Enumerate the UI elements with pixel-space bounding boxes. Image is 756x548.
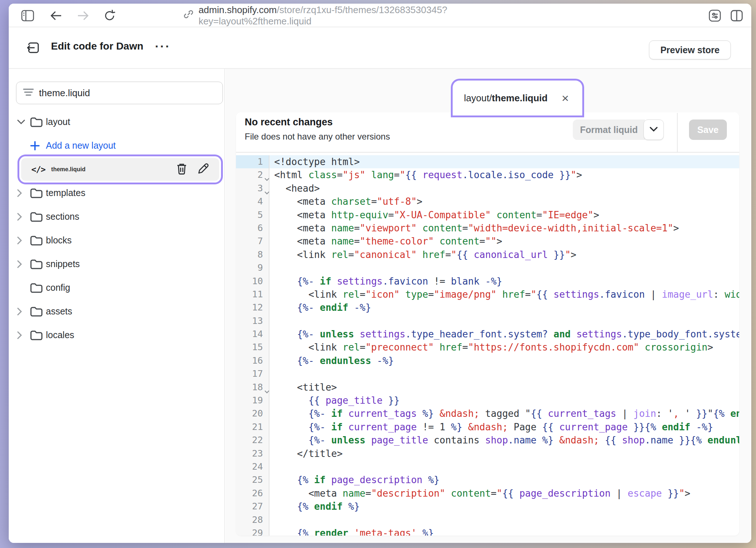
chevron-down-icon[interactable] [17,119,30,125]
chevron-right-icon[interactable] [17,331,30,340]
tree-item-assets[interactable]: assets [9,300,224,323]
line-number[interactable]: 18 [236,381,269,394]
more-actions-button[interactable]: ··· [153,37,173,56]
page-settings-icon[interactable] [707,8,723,24]
chevron-right-icon[interactable] [17,260,30,269]
line-number[interactable]: 25 [236,473,269,486]
line-number[interactable]: 28 [236,513,269,527]
tree-item-layout[interactable]: layout [9,110,224,134]
tree-item-label: snippets [46,259,80,269]
close-tab-icon[interactable]: × [559,91,571,105]
line-number[interactable]: 3 [236,182,269,195]
line-number[interactable]: 2 [236,168,269,181]
tree-item-theme-liquid[interactable]: </>theme.liquid [9,157,224,181]
code-line[interactable]: 20 {%- if current_tags %} &ndash; tagged… [236,407,739,420]
code-line[interactable]: 4 <meta charset="utf-8"> [236,195,739,208]
reload-icon[interactable] [102,8,118,24]
file-search[interactable] [16,82,223,104]
line-number[interactable]: 11 [236,288,269,301]
line-number[interactable]: 12 [236,301,269,314]
chevron-right-icon[interactable] [17,307,30,316]
tree-item-config[interactable]: config [9,276,224,300]
tree-item-add-layout[interactable]: Add a new layout [9,134,224,157]
format-liquid-button[interactable]: Format liquid [573,120,645,140]
exit-editor-button[interactable] [24,38,43,57]
line-number[interactable]: 15 [236,341,269,354]
line-number[interactable]: 27 [236,500,269,513]
back-icon[interactable] [48,8,64,24]
code-line[interactable]: 9 [236,261,739,274]
line-number[interactable]: 10 [236,275,269,288]
tree-item-locales[interactable]: locales [9,323,224,347]
code-line[interactable]: 8 <link rel="canonical" href="{{ canonic… [236,248,739,261]
sidebar-toggle-icon[interactable] [20,8,36,24]
tab-theme-liquid[interactable]: layout/theme.liquid × [454,82,580,114]
tree-item-templates[interactable]: templates [9,181,224,205]
code-line[interactable]: 3 <head> [236,182,739,195]
search-input[interactable] [39,87,216,99]
line-number[interactable]: 13 [236,314,269,328]
url-bar[interactable]: admin.shopify.com/store/rzq1xu-f5/themes… [183,4,555,27]
forward-icon[interactable] [75,8,91,24]
save-button[interactable]: Save [689,120,727,140]
line-number[interactable]: 17 [236,367,269,380]
code-line[interactable]: 21 {%- if current_page != 1 %} &ndash; P… [236,420,739,434]
code-line[interactable]: 10 {%- if settings.favicon != blank -%} [236,275,739,288]
code-line[interactable]: 5 <meta http-equiv="X-UA-Compatible" con… [236,208,739,222]
line-number[interactable]: 5 [236,208,269,222]
code-line[interactable]: 22 {%- unless page_title contains shop.n… [236,434,739,447]
chevron-right-icon[interactable] [17,212,30,221]
line-number[interactable]: 6 [236,222,269,235]
line-number[interactable]: 22 [236,434,269,447]
line-number[interactable]: 14 [236,328,269,341]
rename-file-icon[interactable] [197,163,209,176]
tree-item-sections[interactable]: sections [9,205,224,228]
code-line[interactable]: 11 <link rel="icon" type="image/png" hre… [236,288,739,301]
code-text: <meta name="viewport" content="width=dev… [269,222,739,235]
line-number[interactable]: 24 [236,460,269,473]
code-line[interactable]: 26 <meta name="description" content="{{ … [236,487,739,500]
code-line[interactable]: 25 {% if page_description %} [236,473,739,486]
line-number[interactable]: 7 [236,235,269,248]
tree-item-blocks[interactable]: blocks [9,228,224,252]
code-text [269,513,739,527]
code-line[interactable]: 17 [236,367,739,380]
code-text: <link rel="preconnect" href="https://fon… [269,341,739,354]
line-number[interactable]: 29 [236,527,269,536]
content-area: layoutAdd a new layout</>theme.liquidtem… [9,69,751,543]
code-line[interactable]: 19 {{ page_title }} [236,394,739,407]
line-number[interactable]: 23 [236,447,269,460]
line-number[interactable]: 16 [236,354,269,367]
line-number[interactable]: 9 [236,261,269,274]
line-number[interactable]: 1 [236,155,269,168]
chevron-right-icon[interactable] [17,189,30,197]
line-number[interactable]: 20 [236,407,269,420]
delete-file-icon[interactable] [176,163,187,176]
line-number[interactable]: 4 [236,195,269,208]
code-line[interactable]: 6 <meta name="viewport" content="width=d… [236,222,739,235]
code-line[interactable]: 7 <meta name="theme-color" content=""> [236,235,739,248]
line-number[interactable]: 26 [236,487,269,500]
code-line[interactable]: 16 {%- endunless -%} [236,354,739,367]
format-liquid-dropdown[interactable] [643,120,664,140]
tree-item-snippets[interactable]: snippets [9,252,224,276]
line-number[interactable]: 8 [236,248,269,261]
preview-store-button[interactable]: Preview store [649,40,731,59]
split-view-icon[interactable] [729,8,745,24]
code-line[interactable]: 2<html class="js" lang="{{ request.local… [236,168,739,181]
code-line[interactable]: 14 {%- unless settings.type_header_font.… [236,328,739,341]
line-number[interactable]: 19 [236,394,269,407]
code-line[interactable]: 12 {%- endif -%} [236,301,739,314]
line-number[interactable]: 21 [236,420,269,434]
code-line[interactable]: 13 [236,314,739,328]
code-line[interactable]: 18 <title> [236,381,739,394]
code-line[interactable]: 24 [236,460,739,473]
code-line[interactable]: 15 <link rel="preconnect" href="https://… [236,341,739,354]
code-line[interactable]: 28 [236,513,739,527]
code-editor[interactable]: 1<!doctype html>2<html class="js" lang="… [236,153,739,536]
code-line[interactable]: 27 {% endif %} [236,500,739,513]
code-line[interactable]: 23 </title> [236,447,739,460]
chevron-right-icon[interactable] [17,236,30,245]
code-line[interactable]: 1<!doctype html> [236,155,739,168]
code-line[interactable]: 29 {% render 'meta-tags' %} [236,527,739,536]
